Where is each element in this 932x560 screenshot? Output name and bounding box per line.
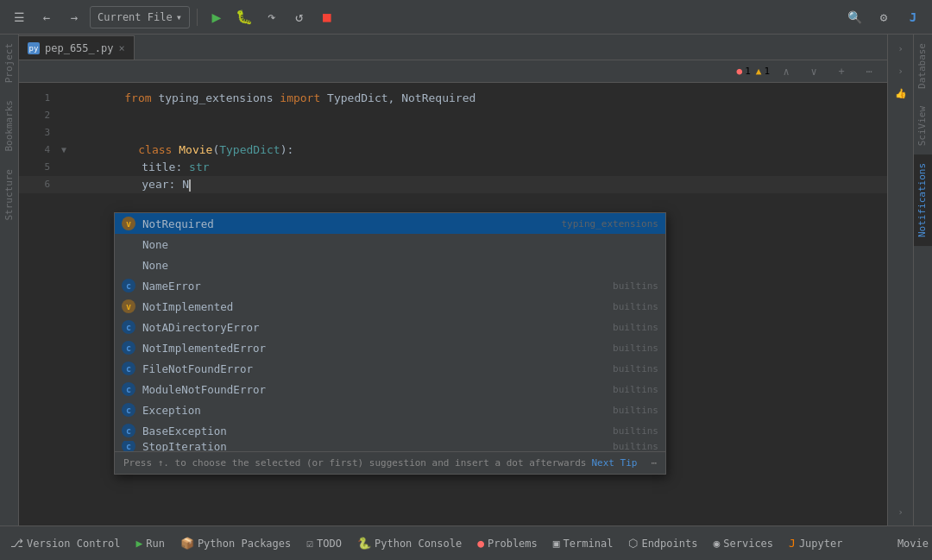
autocomplete-footer: Press ↑. to choose the selected (or firs…: [115, 451, 665, 474]
line-number-5: 5: [22, 159, 57, 176]
ac-footer-dots[interactable]: ⋯: [651, 457, 657, 469]
more-options-icon[interactable]: ⋯: [858, 60, 880, 83]
python-file-icon: py: [28, 42, 40, 54]
jupyter-item[interactable]: J Jupyter: [782, 528, 849, 559]
ac-source-modulenotfounderror: builtins: [613, 384, 658, 395]
ac-name-filenotfounderror: FileNotFoundError: [142, 362, 606, 375]
bookmarks-vtab[interactable]: Bookmarks: [1, 91, 17, 160]
ac-item-none-2[interactable]: None: [115, 255, 665, 275]
collapse-bottom-icon[interactable]: ›: [891, 501, 911, 522]
version-control-icon: ⎇: [10, 537, 23, 550]
run-label: Run: [146, 538, 165, 550]
ac-name-none-1: None: [142, 238, 652, 251]
ac-item-exception[interactable]: c Exception builtins: [115, 400, 665, 420]
notifications-vtab[interactable]: Notifications: [914, 154, 932, 246]
ac-icon-c-exception: c: [122, 403, 135, 417]
ac-name-baseexception: BaseException: [142, 425, 606, 437]
settings-icon[interactable]: ⚙: [872, 5, 896, 29]
collapse-right-icon[interactable]: ›: [891, 38, 911, 59]
ac-item-notimplemented[interactable]: v NotImplemented builtins: [115, 296, 665, 317]
run-button[interactable]: ▶: [205, 5, 229, 29]
expand-icon[interactable]: ›: [891, 60, 911, 81]
toolbar-right: 🔍 ⚙ J: [842, 5, 925, 29]
ac-source-baseexception: builtins: [613, 425, 658, 437]
ac-item-stopiteration[interactable]: c StopIteration builtins: [115, 441, 665, 451]
line-content-6: year: N: [71, 159, 887, 211]
ac-item-baseexception[interactable]: c BaseException builtins: [115, 420, 665, 441]
line-number-2: 2: [22, 107, 57, 124]
todo-item[interactable]: ☑ TODO: [299, 528, 349, 559]
python-packages-item[interactable]: 📦 Python Packages: [173, 528, 298, 559]
ac-icon-c-nameerror: c: [122, 279, 135, 293]
ac-item-notimplementederror[interactable]: c NotImplementedError builtins: [115, 337, 665, 358]
file-tab-pep655[interactable]: py pep_655_.py ×: [19, 35, 135, 60]
code-editor[interactable]: 1 from typing_extensions import TypedDic…: [19, 83, 887, 525]
database-vtab[interactable]: Database: [914, 35, 932, 98]
ac-icon-c-stopiteration: c: [122, 441, 135, 451]
left-vtabs: Project Bookmarks Structure: [0, 35, 19, 525]
toolbar: ☰ ← → Current File ▾ ▶ 🐛 ↷ ↺ ■ 🔍 ⚙ J: [0, 0, 932, 35]
ac-name-stopiteration: StopIteration: [142, 441, 606, 451]
python-console-item[interactable]: 🐍 Python Console: [350, 528, 469, 559]
ac-name-modulenotfounderror: ModuleNotFoundError: [142, 383, 606, 396]
terminal-item[interactable]: ▣ Terminal: [546, 528, 620, 559]
right-vtabs: Database SciView Notifications: [913, 35, 932, 525]
autocomplete-list: v NotRequired typing_extensions None Non…: [115, 213, 665, 451]
line-content-2: [57, 107, 887, 124]
ac-item-modulenotfounderror[interactable]: c ModuleNotFoundError builtins: [115, 379, 665, 400]
forward-button[interactable]: →: [62, 5, 86, 29]
ac-footer-next-tip[interactable]: Next Tip: [591, 457, 637, 469]
ac-item-filenotfounderror[interactable]: c FileNotFoundError builtins: [115, 358, 665, 379]
terminal-label: Terminal: [564, 538, 614, 550]
problems-label: Problems: [488, 538, 538, 550]
terminal-icon: ▣: [553, 537, 560, 550]
resume-button[interactable]: ↺: [287, 5, 312, 29]
problems-item[interactable]: ● Problems: [470, 528, 545, 559]
ac-item-none-1[interactable]: None: [115, 234, 665, 255]
app-menu-icon[interactable]: ☰: [7, 5, 31, 29]
editor-container: py pep_655_.py × ● 1 ▲ 1 ∧ ∨ + ⋯ 1: [19, 35, 887, 525]
todo-icon: ☑: [306, 537, 313, 550]
services-label: Services: [723, 538, 773, 550]
error-count-badge: ● 1: [737, 66, 751, 77]
services-item[interactable]: ◉ Services: [706, 528, 780, 559]
add-icon[interactable]: +: [830, 60, 853, 83]
code-line-6: 6 ▼ year: N: [19, 176, 887, 193]
text-cursor: [189, 179, 191, 192]
sciview-vtab[interactable]: SciView: [914, 98, 932, 154]
nav-up-icon[interactable]: ∧: [775, 60, 797, 83]
step-over-button[interactable]: ↷: [260, 5, 284, 29]
tab-close-icon[interactable]: ×: [118, 42, 124, 54]
ac-icon-c-filenotfounderror: c: [122, 362, 135, 375]
line-number-6: 6: [22, 176, 57, 193]
ac-name-exception: Exception: [142, 404, 606, 417]
run-item[interactable]: ▶ Run: [129, 528, 172, 559]
back-button[interactable]: ←: [35, 5, 59, 29]
search-icon[interactable]: 🔍: [842, 5, 866, 29]
debug-button[interactable]: 🐛: [232, 5, 256, 29]
stop-button[interactable]: ■: [315, 5, 339, 29]
structure-vtab[interactable]: Structure: [1, 160, 17, 230]
project-vtab[interactable]: Project: [1, 35, 17, 91]
version-control-item[interactable]: ⎇ Version Control: [3, 528, 127, 559]
services-icon: ◉: [713, 537, 720, 550]
nav-down-icon[interactable]: ∨: [803, 60, 825, 83]
endpoints-item[interactable]: ⬡ Endpoints: [621, 528, 704, 559]
thumbsup-icon[interactable]: 👍: [891, 83, 911, 104]
ac-icon-c-notimplementederror: c: [122, 341, 135, 355]
ac-icon-v-notrequired: v: [122, 217, 135, 230]
ac-name-notimplemented: NotImplemented: [142, 300, 606, 313]
main-area: Project Bookmarks Structure py pep_655_.…: [0, 35, 932, 525]
ac-source-nameerror: builtins: [613, 280, 658, 292]
current-class-name: Movie: [891, 538, 929, 550]
current-file-dropdown[interactable]: Current File ▾: [90, 6, 190, 28]
ac-source-exception: builtins: [613, 405, 658, 416]
ac-source-notimplemented: builtins: [613, 301, 658, 312]
ac-name-nameerror: NameError: [142, 280, 606, 293]
ac-footer-text: Press ↑. to choose the selected (or firs…: [123, 457, 586, 469]
ac-source-notadirectoryerror: builtins: [613, 322, 658, 333]
ac-item-nameerror[interactable]: c NameError builtins: [115, 275, 665, 296]
statusbar: ⎇ Version Control ▶ Run 📦 Python Package…: [0, 525, 932, 560]
ac-item-notrequired[interactable]: v NotRequired typing_extensions: [115, 213, 665, 234]
ac-item-notadirectoryerror[interactable]: c NotADirectoryError builtins: [115, 317, 665, 337]
